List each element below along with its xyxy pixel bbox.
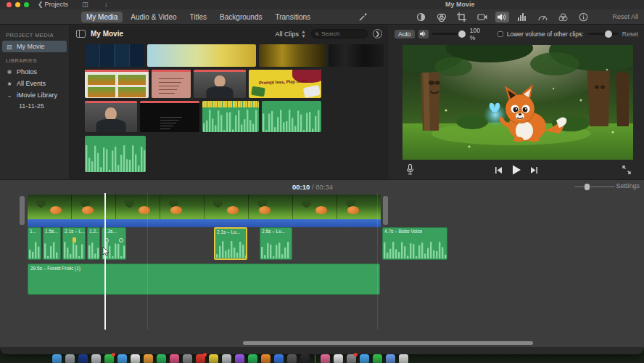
search-field[interactable] [311,29,368,38]
sidebar-item-imovie-library[interactable]: ⌄iMovie Library [0,89,69,101]
audio-clip[interactable]: 2.1s – L... [62,227,86,260]
dock-app-icon[interactable] [91,354,101,363]
sidebar-item-all-events[interactable]: ★All Events [0,78,69,89]
audio-clip[interactable]: 1... [28,227,41,260]
reset-all-button[interactable]: Reset All [612,13,638,20]
volume-slider[interactable] [432,33,466,35]
media-thumbnail-gold[interactable] [259,44,326,67]
color-balance-icon[interactable] [434,12,448,23]
clip-filter-dropdown[interactable]: All Clips ▲▼ [276,30,306,38]
ducking-slider[interactable] [587,33,619,35]
media-organizer-icon[interactable]: ◫ [82,1,88,8]
media-thumbnail-promo[interactable]: Prompt less, Play more [249,70,321,98]
tab-my-media[interactable]: My Media [81,12,123,23]
crop-icon[interactable] [455,12,468,23]
sidebar-toggle-icon[interactable] [76,30,86,38]
dock-app-icon[interactable] [386,354,395,363]
previous-frame-button[interactable] [495,166,503,174]
voiceover-mic-icon[interactable] [406,164,414,175]
media-thumbnail-notes[interactable] [152,70,191,98]
info-icon[interactable] [577,12,590,23]
dock-app-icon[interactable] [131,354,140,363]
dock-app-icon[interactable] [222,354,231,363]
fade-handle[interactable] [119,238,123,242]
audio-clip[interactable]: 1.5s... [43,227,61,260]
dock-app-icon[interactable] [117,354,127,363]
dock-app-icon[interactable] [373,354,382,363]
volume-slider-knob[interactable] [458,30,466,38]
dock-app-icon[interactable] [261,354,271,363]
timeline-settings-button[interactable]: Settings [616,182,640,189]
media-thumbnail-audio[interactable] [262,101,321,132]
import-media-icon[interactable]: ↓ [104,1,108,8]
dock-app-icon[interactable] [78,354,88,363]
ducking-slider-knob[interactable] [605,30,612,38]
dock-app-icon[interactable] [321,354,330,363]
volume-icon[interactable] [495,12,509,23]
dock-app-icon[interactable] [144,354,153,363]
dock-app-icon[interactable] [334,354,343,363]
projects-back-button[interactable]: ❮Projects [38,1,68,8]
background-music-clip[interactable]: 29.5s – Forest Frolic (1) [28,264,380,295]
dock-app-icon[interactable] [274,354,284,363]
media-thumbnail-dark[interactable] [329,44,384,67]
trim-handle-right[interactable] [383,196,388,225]
playhead[interactable] [104,193,106,330]
audio-clip[interactable]: 1.2... [87,227,100,260]
dock-app-icon[interactable] [347,354,356,363]
dock-app-icon[interactable] [104,354,114,363]
tab-backgrounds[interactable]: Backgrounds [215,12,267,23]
minimize-button[interactable] [15,2,20,7]
sidebar-item-date[interactable]: 11-11-25 [0,101,69,111]
search-input[interactable] [321,30,363,37]
audio-clip-selected[interactable]: 2.1s – Lu... [214,227,247,260]
media-thumbnail-navy[interactable] [85,44,144,67]
stabilization-icon[interactable] [475,12,489,23]
trash-icon[interactable] [399,354,408,363]
mute-button[interactable] [418,30,429,38]
timeline-zoom-slider[interactable] [574,186,615,187]
audio-clip[interactable]: 4.7s – Bobo Voice [382,227,447,260]
sidebar-item-my-movie[interactable]: ▧ My Movie [2,41,67,52]
dock-app-icon[interactable] [52,354,62,363]
dock-app-icon[interactable] [287,354,297,363]
dock-app-icon[interactable] [360,354,369,363]
zoom-button[interactable] [24,2,29,7]
dock-app-icon[interactable] [65,354,75,363]
keyframe-marker[interactable] [73,237,76,242]
next-frame-button[interactable] [530,166,538,174]
horizontal-scrollbar[interactable] [243,341,533,345]
media-thumbnail-foxgrid[interactable] [85,70,149,98]
reset-button[interactable]: Reset [622,30,638,38]
tab-titles[interactable]: Titles [185,12,212,23]
fullscreen-icon[interactable] [622,166,631,174]
close-button[interactable] [7,2,12,7]
media-thumbnail-cam[interactable] [85,101,137,132]
noise-reduction-icon[interactable] [516,12,529,23]
dock-app-icon[interactable] [157,354,166,363]
dock-app-icon[interactable] [196,354,205,363]
color-correction-icon[interactable] [414,12,428,23]
enhance-wand-icon[interactable] [358,12,368,22]
media-thumbnail-audio-y[interactable] [202,101,259,132]
audio-clip[interactable]: 2.6s – Lu... [260,227,292,260]
media-thumbnail-term[interactable] [140,101,199,132]
dock-app-icon[interactable] [183,354,192,363]
speed-icon[interactable] [536,12,550,23]
video-clip-audio-strip[interactable] [28,219,381,227]
auto-volume-button[interactable]: Auto [395,30,415,38]
timeline-zoom-knob[interactable] [585,184,590,190]
tab-transitions[interactable]: Transitions [270,12,315,23]
media-thumbnail-grad[interactable] [147,44,256,67]
play-button[interactable] [511,165,521,175]
dock-app-icon[interactable] [170,354,179,363]
media-thumbnail-cam[interactable] [194,70,246,98]
sidebar-item-photos[interactable]: ❋Photos [0,66,69,78]
lower-volume-checkbox[interactable] [498,31,503,37]
clip-appearance-button[interactable]: ❯ [373,29,382,38]
trim-handle-left[interactable] [20,196,25,225]
tab-audio-video[interactable]: Audio & Video [125,12,181,23]
video-clip-filmstrip[interactable] [28,195,381,219]
media-thumbnail-audio[interactable] [85,136,146,172]
dock-app-icon[interactable] [235,354,244,363]
